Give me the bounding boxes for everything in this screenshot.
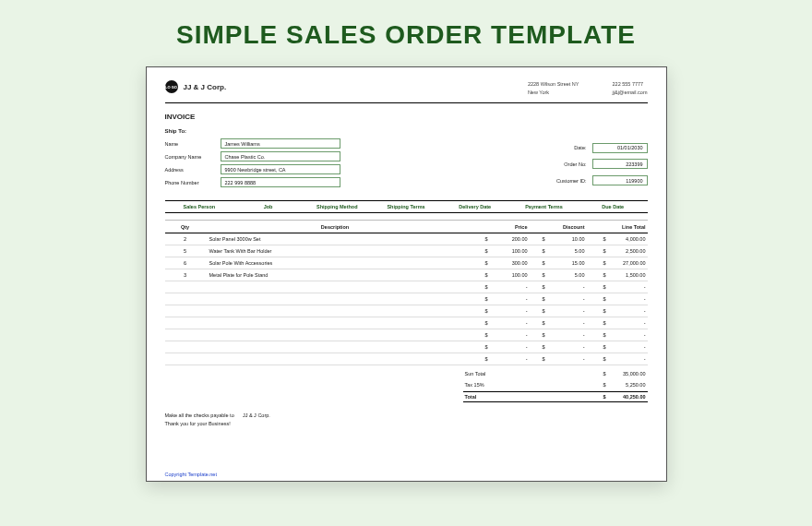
shipto-address-field[interactable]: 9900 Newbridge street, CA <box>221 164 340 174</box>
total-row: Total $40,250.00 <box>463 391 648 402</box>
subtotal-label: Sun Total <box>465 371 486 377</box>
cell-linetotal: $- <box>585 356 648 362</box>
header-payment-terms: Payment Terms <box>509 204 579 209</box>
shipto-phone-field[interactable]: 222 999 8888 <box>221 177 340 187</box>
cell-price: $- <box>461 308 528 314</box>
cell-price: $- <box>461 320 528 326</box>
cell-price: $- <box>461 296 528 302</box>
items-header-row: Qty Description Price Discount Line Tota… <box>165 221 648 233</box>
cell-qty: 2 <box>165 236 206 242</box>
invoice-header: LO GO JJ & J Corp. 2228 Wilson Street NY… <box>165 80 648 103</box>
total-label: Total <box>465 394 477 400</box>
footer-note: Make all the checks payable to JJ & J Co… <box>165 412 648 428</box>
cell-desc: Water Tank With Bar Holder <box>206 248 461 254</box>
contact-columns: 2228 Wilson Street NY New York 222 555 7… <box>528 80 648 97</box>
cell-desc: Solar Pole With Accessories <box>206 260 461 266</box>
shipto-address-label: Address <box>165 167 221 173</box>
table-row: 5Water Tank With Bar Holder$100.00$5.00$… <box>165 245 648 257</box>
header-job: Job <box>233 204 303 209</box>
shipping-section-headers: Sales Person Job Shipping Method Shippin… <box>165 200 648 213</box>
shipto-name-field[interactable]: James Williams <box>221 138 340 149</box>
table-row: $-$-$- <box>165 353 648 365</box>
cell-linetotal: $27,000.00 <box>585 260 648 266</box>
header-due-date: Due Date <box>579 204 648 209</box>
meta-customerid-field[interactable]: 119900 <box>592 175 648 185</box>
cell-discount: $- <box>528 332 585 338</box>
cell-linetotal: $2,500.00 <box>585 248 648 254</box>
cell-price: $100.00 <box>461 248 528 254</box>
meta-orderno-field[interactable]: 223399 <box>592 159 648 169</box>
table-row: $-$-$- <box>165 305 648 317</box>
cell-linetotal: $- <box>585 284 648 290</box>
page-title: SIMPLE SALES ORDER TEMPLATE <box>176 20 636 50</box>
header-shipping-method: Shipping Method <box>303 204 372 209</box>
cell-qty: 3 <box>165 272 206 278</box>
items-header-discount: Discount <box>528 224 585 230</box>
cell-qty: 5 <box>165 248 206 254</box>
cell-linetotal: $- <box>585 320 648 326</box>
cell-price: $200.00 <box>461 236 528 242</box>
cell-price: $- <box>461 284 528 290</box>
header-salesperson: Sales Person <box>165 204 234 209</box>
cell-price: $- <box>461 332 528 338</box>
table-row: $-$-$- <box>165 281 648 293</box>
header-delivery-date: Delivery Date <box>440 204 509 209</box>
cell-linetotal: $1,500.00 <box>585 272 648 278</box>
cell-discount: $15.00 <box>528 260 585 266</box>
meta-date-field[interactable]: 01/01/2030 <box>592 143 648 153</box>
document-type-label: INVOICE <box>165 113 648 121</box>
currency-symbol: $ <box>603 371 611 377</box>
cell-discount: $- <box>528 296 585 302</box>
table-row: $-$-$- <box>165 293 648 305</box>
table-row: 2Solar Panel 3000w Set$200.00$10.00$4,00… <box>165 233 648 245</box>
payable-to: JJ & J Corp. <box>243 412 270 418</box>
items-header-price: Price <box>461 224 528 230</box>
cell-discount: $5.00 <box>528 248 585 254</box>
cell-price: $300.00 <box>461 260 528 266</box>
cell-discount: $10.00 <box>528 236 585 242</box>
cell-discount: $5.00 <box>528 272 585 278</box>
cell-linetotal: $- <box>585 296 648 302</box>
shipto-phone-label: Phone Number <box>165 180 221 185</box>
totals-block: Sun Total $35,000.00 Tax 15% $5,250.00 T… <box>165 369 648 402</box>
subtotal-value: 35,000.00 <box>611 371 646 377</box>
cell-desc: Solar Panel 3000w Set <box>206 236 461 242</box>
contact-email: jj&j@email.com <box>613 89 648 97</box>
copyright-link[interactable]: Copyright Template.net <box>165 472 217 477</box>
meta-orderno-label: Order No: <box>546 161 592 167</box>
subtotal-row: Sun Total $35,000.00 <box>463 369 648 378</box>
header-shipping-terms: Shipping Terms <box>372 204 441 209</box>
items-header-qty: Qty <box>165 224 206 230</box>
shipto-company-field[interactable]: Chase Plastic Co. <box>221 151 340 161</box>
table-row: 6Solar Pole With Accessories$300.00$15.0… <box>165 257 648 269</box>
cell-qty: 6 <box>165 260 206 266</box>
brand-block: LO GO JJ & J Corp. <box>165 80 227 93</box>
tax-value: 5,250.00 <box>611 382 646 388</box>
cell-desc: Metal Plate for Pole Stand <box>206 272 461 278</box>
tax-row: Tax 15% $5,250.00 <box>463 380 648 389</box>
shipto-fields: Ship To: Name James Williams Company Nam… <box>165 128 340 187</box>
company-name: JJ & J Corp. <box>184 83 227 91</box>
contact-phone: 222 555 7777 <box>613 80 648 89</box>
cell-linetotal: $- <box>585 344 648 350</box>
thanks-line: Thank you for your Business! <box>165 421 231 426</box>
logo-icon: LO GO <box>165 80 178 93</box>
items-header-linetotal: Line Total <box>585 224 648 230</box>
shipto-company-label: Company Name <box>165 154 221 160</box>
address-line-2: New York <box>528 89 579 97</box>
cell-discount: $- <box>528 284 585 290</box>
meta-customerid-label: Customer ID: <box>546 178 592 184</box>
shipto-title: Ship To: <box>165 128 340 134</box>
cell-price: $100.00 <box>461 272 528 278</box>
total-value: 40,250.00 <box>611 394 646 400</box>
invoice-sheet: LO GO JJ & J Corp. 2228 Wilson Street NY… <box>146 66 667 482</box>
items-body: 2Solar Panel 3000w Set$200.00$10.00$4,00… <box>165 233 648 365</box>
currency-symbol: $ <box>603 382 611 388</box>
cell-linetotal: $- <box>585 332 648 338</box>
cell-linetotal: $4,000.00 <box>585 236 648 242</box>
table-row: $-$-$- <box>165 341 648 353</box>
cell-discount: $- <box>528 320 585 326</box>
table-row: 3Metal Plate for Pole Stand$100.00$5.00$… <box>165 269 648 281</box>
meta-date-label: Date: <box>546 145 592 150</box>
tax-label: Tax 15% <box>465 382 484 388</box>
